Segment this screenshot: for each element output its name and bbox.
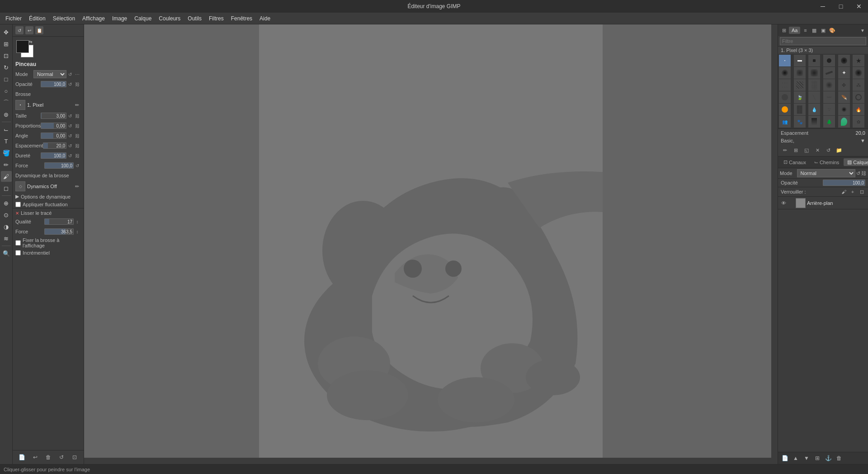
smudge-button[interactable]: ≋ (1, 233, 12, 244)
tool-options-delete-button[interactable]: 🗑 (43, 452, 53, 462)
layer-item-bg[interactable]: 👁 Arrière-plan (778, 197, 868, 209)
brush-item-19[interactable]: ╲ (808, 91, 820, 103)
lasso-button[interactable]: ⌒ (1, 97, 12, 108)
rotate-tool-button[interactable]: ↻ (1, 62, 12, 73)
brosse-edit-button[interactable]: ✏ (73, 101, 81, 109)
brushes-gradient-icon[interactable]: ▣ (819, 26, 827, 34)
brush-item-orange[interactable] (779, 104, 791, 115)
brush-item-10[interactable] (853, 67, 864, 79)
brush-item-green[interactable] (838, 116, 850, 128)
tool-opt-icon-2[interactable]: ↩ (25, 26, 33, 34)
brushes-edit-btn[interactable]: ✏ (780, 145, 790, 155)
menu-calque[interactable]: Calque (131, 14, 155, 23)
layers-delete-button[interactable]: 🗑 (834, 453, 844, 463)
espacement-chain-button[interactable]: ⛓ (74, 142, 81, 149)
menu-aide[interactable]: Aide (256, 14, 274, 23)
menu-fichier[interactable]: Fichier (2, 14, 25, 23)
opacity-reset-button[interactable]: ↺ (66, 81, 74, 88)
brush-item-6[interactable] (794, 67, 806, 79)
eraser-button[interactable]: ◻ (1, 183, 12, 194)
tab-chemins[interactable]: ⌙ Chemins (811, 158, 843, 166)
close-button[interactable]: ✕ (850, 0, 868, 13)
tool-options-undo-button[interactable]: ↩ (30, 452, 40, 462)
proportions-reset-button[interactable]: ↺ (66, 122, 74, 129)
fixer-brosse-label[interactable]: Fixer la brosse à l'affichage (23, 237, 81, 248)
mode-select[interactable]: Normal Multiplier Écran (33, 70, 66, 78)
brush-item-30[interactable] (808, 116, 820, 128)
brushes-grid-icon[interactable]: ⊞ (780, 26, 788, 34)
brush-item-18[interactable]: 🍃 (794, 91, 806, 103)
opacity-chain-button[interactable]: ⛓ (74, 81, 81, 88)
fg-color-swatch[interactable] (16, 40, 29, 53)
maximize-button[interactable]: □ (832, 0, 850, 13)
appliquer-fluctuation-checkbox[interactable] (15, 202, 21, 207)
menu-affichage[interactable]: Affichage (79, 14, 108, 23)
brush-button[interactable]: 🖌 (1, 171, 12, 182)
menu-filtres[interactable]: Filtres (205, 14, 227, 23)
tool-options-config-button[interactable]: ⊡ (70, 452, 80, 462)
fuzzy-select-button[interactable]: ⊛ (1, 109, 12, 120)
brushes-delete-btn[interactable]: ✕ (812, 145, 822, 155)
brush-item-29[interactable]: 🐾 (794, 116, 806, 128)
dynamics-preview[interactable]: ◇ (15, 181, 25, 191)
layers-opacity-slider[interactable]: 100,0 (823, 180, 866, 186)
proportions-chain-button[interactable]: ⛓ (74, 122, 81, 129)
menu-couleurs[interactable]: Couleurs (155, 14, 184, 23)
brush-item-16[interactable]: ⁂ (853, 79, 864, 91)
brush-item-pixel[interactable] (779, 55, 791, 66)
force2-slider[interactable]: 363,5 (44, 228, 74, 235)
healing-button[interactable]: ⊕ (1, 198, 12, 209)
proportions-slider[interactable]: 0,00 (41, 123, 66, 129)
mode-reset-button[interactable]: ↺ (66, 71, 74, 78)
swap-colors-icon[interactable]: ⇆ (29, 39, 33, 44)
canvas-area[interactable] (84, 24, 778, 464)
lock-pos-icon[interactable]: + (849, 188, 856, 195)
layers-mode-link-btn[interactable]: ⛓ (861, 171, 866, 176)
menu-edition[interactable]: Édition (25, 14, 49, 23)
fixer-brosse-checkbox[interactable] (15, 240, 21, 246)
brushes-pattern-icon[interactable]: ▦ (810, 26, 818, 34)
dynamics-edit-button[interactable]: ✏ (73, 182, 81, 190)
durete-slider[interactable]: 100,0 (41, 152, 67, 159)
taille-reset-button[interactable]: ↺ (66, 112, 74, 119)
durete-reset-button[interactable]: ↺ (66, 152, 74, 159)
layers-lower-button[interactable]: ▼ (802, 453, 811, 463)
pencil-button[interactable]: ✏ (1, 159, 12, 170)
brush-item-13[interactable]: ░░░░ (808, 79, 820, 91)
tool-options-reset-button[interactable]: ↺ (57, 452, 66, 462)
durete-chain-button[interactable]: ⛓ (74, 152, 81, 159)
menu-outils[interactable]: Outils (184, 14, 205, 23)
menu-image[interactable]: Image (108, 14, 131, 23)
text-tool-button[interactable]: T (1, 136, 12, 147)
appliquer-fluctuation-label[interactable]: Appliquer fluctuation (23, 202, 68, 207)
brushes-preset-arrow[interactable]: ▼ (860, 138, 865, 143)
tab-calques[interactable]: ▨ Calques (844, 158, 868, 166)
move-tool-button[interactable]: ✥ (1, 27, 12, 38)
brush-item-5[interactable] (779, 67, 791, 79)
canvas-image[interactable] (259, 24, 603, 464)
lock-paint-icon[interactable]: 🖌 (840, 188, 847, 195)
lock-alpha-icon[interactable]: ⊡ (858, 188, 865, 195)
rect-select-button[interactable]: □ (1, 74, 12, 85)
brush-item-2[interactable] (808, 55, 820, 66)
brush-item-17[interactable] (779, 91, 791, 103)
brush-item-11[interactable]: · · ·· · · (779, 79, 791, 91)
options-dynamique-collapse[interactable]: ▶ Options de dynamique (13, 192, 84, 201)
brushes-list-icon[interactable]: ≡ (801, 26, 809, 34)
qualite-slider[interactable]: 17 (44, 218, 74, 225)
brush-item-27[interactable]: 🔥 (853, 104, 864, 115)
zoom-button[interactable]: 🔍 (1, 248, 12, 259)
clone-button[interactable]: ⊙ (1, 209, 12, 220)
brush-item-12[interactable] (794, 79, 806, 91)
brush-item-8[interactable] (823, 67, 835, 79)
brush-item-20[interactable]: 〰 (823, 91, 835, 103)
brush-item-15[interactable]: ✤ (838, 79, 850, 91)
tool-opt-icon-3[interactable]: 📋 (35, 26, 43, 34)
crop-tool-button[interactable]: ⊡ (1, 50, 12, 61)
brush-item-25[interactable]: ∵ (823, 104, 835, 115)
brush-item-4[interactable] (838, 55, 850, 66)
brush-item-9[interactable]: ✦ (838, 67, 850, 79)
angle-chain-button[interactable]: ⛓ (74, 132, 81, 139)
brushes-refresh-btn[interactable]: ↺ (823, 145, 833, 155)
mode-chain-button[interactable]: ⋯ (74, 71, 81, 78)
